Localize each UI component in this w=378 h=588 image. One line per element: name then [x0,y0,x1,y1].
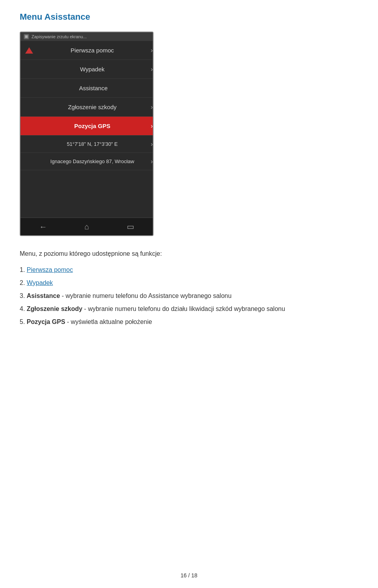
list-num-1: 1. [20,266,27,273]
page-title: Menu Asisstance [20,12,358,22]
gps-icon-area-2 [20,156,38,167]
bottom-nav: ← ⌂ ▭ [20,218,153,235]
list-item-4: 4. Zgłoszenie szkody - wybranie numeru t… [20,303,358,314]
label-zgloszenie: Zgłoszenie szkody [27,305,82,312]
chevron-right-icon-7: › [151,158,153,165]
back-button[interactable]: ← [39,222,47,231]
list-item-2: 2. Wypadek [20,277,358,288]
menu-item-icon-area-5 [20,121,38,132]
menu-item-icon-area-2 [20,64,38,75]
page-footer: 16 / 18 [0,572,378,579]
chevron-right-icon-2: › [151,66,153,73]
label-asisstance: Asisstance [27,292,60,299]
list-num-2: 2. [20,279,27,286]
menu-item-pierwsza-pomoc[interactable]: Pierwsza pomoc › [20,41,153,60]
menu-item-label-zgloszenie: Zgłoszenie szkody [38,104,151,110]
link-pierwsza-pomoc[interactable]: Pierwsza pomoc [27,266,73,273]
home-button[interactable]: ⌂ [84,222,89,231]
menu-item-wypadek[interactable]: Wypadek › [20,60,153,79]
menu-item-label: Pierwsza pomoc [38,47,151,54]
menu-item-label-assistance: Assistance [38,85,153,91]
menu-item-label-gps: Pozycja GPS [38,123,151,129]
recents-button[interactable]: ▭ [127,222,134,231]
status-bar: Zapisywanie zrzutu ekranu... [20,32,153,41]
gps-address: Ignacego Daszyńskiego 87, Wrocław [38,158,151,164]
empty-area [20,170,153,218]
desc-gps: - wyświetla aktualne położenie [65,318,152,325]
chevron-right-icon-4: › [151,104,153,111]
status-bar-text: Zapisywanie zrzutu ekranu... [32,34,87,39]
gps-icon-area [20,139,38,150]
page-content: Menu Asisstance Zapisywanie zrzutu ekran… [0,0,378,342]
menu-item-icon-area [20,45,38,56]
menu-item-icon-area-3 [20,83,38,94]
gps-address-row: Ignacego Daszyńskiego 87, Wrocław › [20,153,153,170]
list-num-3: 3. [20,292,27,299]
chevron-right-icon: › [151,47,153,54]
no-icon-3 [24,83,35,94]
menu-item-icon-area-4 [20,102,38,113]
intro-text: Menu, z poziomu którego udostępnione są … [20,249,358,259]
list-item-1: 1. Pierwsza pomoc [20,264,358,275]
no-icon-4 [24,102,35,113]
feature-list: 1. Pierwsza pomoc 2. Wypadek 3. Asisstan… [20,264,358,327]
desc-zgloszenie: - wybranie numeru telefonu do działu lik… [82,305,285,312]
triangle-alert-icon [24,45,35,56]
no-icon-6 [24,139,35,150]
list-item-5: 5. Pozycja GPS - wyświetla aktualne poło… [20,316,358,327]
menu-list: Pierwsza pomoc › Wypadek › Assistance [20,41,153,136]
menu-item-zgloszenie[interactable]: Zgłoszenie szkody › [20,98,153,117]
no-icon-7 [24,156,35,167]
gps-coords-row: 51°7'18" N, 17°3'30" E › [20,136,153,153]
screenshot-container: Zapisywanie zrzutu ekranu... Pierwsza po… [20,32,154,236]
label-gps: Pozycja GPS [27,318,65,325]
gps-coordinates: 51°7'18" N, 17°3'30" E [38,141,151,147]
svg-rect-1 [25,35,28,38]
list-item-3: 3. Asisstance - wybranie numeru telefonu… [20,290,358,301]
list-num-5: 5. [20,318,27,325]
menu-item-assistance[interactable]: Assistance [20,79,153,98]
no-icon-2 [24,64,35,75]
recording-icon [24,34,29,39]
desc-asisstance: - wybranie numeru telefonu do Assistance… [60,292,232,299]
chevron-right-icon-5: › [151,123,153,130]
no-icon-5 [24,121,35,132]
list-num-4: 4. [20,305,27,312]
link-wypadek[interactable]: Wypadek [27,279,53,286]
chevron-right-icon-6: › [151,141,153,148]
menu-item-gps[interactable]: Pozycja GPS › [20,117,153,136]
menu-item-label-wypadek: Wypadek [38,66,151,73]
